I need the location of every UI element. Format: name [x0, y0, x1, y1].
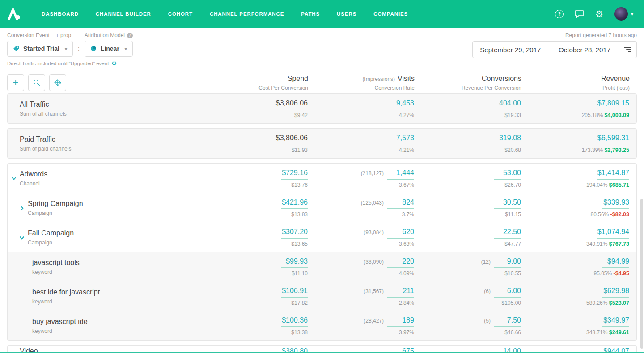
expand-chevron-icon[interactable]: [19, 206, 25, 211]
conversions-value[interactable]: 6.00: [494, 287, 521, 298]
nav-item-cohort[interactable]: COHORT: [160, 11, 201, 17]
nav-item-channel-performance[interactable]: CHANNEL PERFORMANCE: [201, 11, 292, 17]
revenue-value[interactable]: $1,074.94: [597, 228, 629, 239]
visits-cell: (31,567)211 2.84%: [308, 287, 414, 306]
conversion-rate-value: 3.7%: [308, 211, 414, 218]
table-row[interactable]: best ide for javascript keyword $106.91 …: [8, 282, 636, 311]
attribution-model-dropdown[interactable]: Linear ▾: [85, 41, 133, 57]
revenue-cell: $7,809.15 205.18% $4,003.09: [521, 99, 629, 118]
spend-value[interactable]: $307.20: [281, 228, 308, 239]
spend-value[interactable]: $729.16: [281, 169, 308, 180]
spend-value[interactable]: $100.36: [281, 316, 308, 327]
visits-value[interactable]: 220: [387, 257, 414, 268]
revenue-cell: $339.93 80.56% -$82.03: [521, 198, 629, 218]
spend-value[interactable]: $99.93: [281, 257, 308, 268]
revenue-cell: $349.97 348.71% $249.61: [521, 316, 629, 336]
conversions-value[interactable]: 404.00: [499, 99, 521, 110]
visits-value[interactable]: 9,453: [396, 99, 414, 110]
profit-value: $4,003.09: [604, 112, 629, 118]
table-row[interactable]: Adwords Channel $729.16 $13.76 (218,127)…: [8, 164, 636, 193]
revenue-value[interactable]: $94.99: [602, 257, 629, 268]
conversion-rate-value: 3.67%: [308, 182, 414, 188]
visits-value[interactable]: 7,573: [396, 134, 414, 145]
spend-cell: $100.36 $13.38: [200, 316, 308, 336]
revenue-value[interactable]: $629.98: [602, 287, 629, 298]
search-button[interactable]: [28, 74, 45, 91]
caret-down-icon: ▾: [125, 46, 127, 51]
visits-value[interactable]: 824: [387, 198, 414, 209]
conversions-value[interactable]: 53.00: [494, 169, 521, 180]
table-row[interactable]: buy javascript ide keyword $100.36 $13.3…: [8, 311, 636, 340]
nav-item-users[interactable]: USERS: [328, 11, 365, 17]
direct-traffic-settings-icon[interactable]: ⚙: [111, 60, 117, 67]
nav-item-companies[interactable]: COMPANIES: [365, 11, 416, 17]
conversions-value[interactable]: 22.50: [494, 228, 521, 239]
profit-percent: 205.18%: [582, 112, 603, 118]
table-row[interactable]: Spring Campaign Campaign $421.96 $13.83 …: [8, 193, 636, 223]
conversion-event-dropdown[interactable]: Started Trial ▾: [7, 41, 73, 57]
revenue-header: Revenue: [521, 75, 630, 83]
table-row[interactable]: All Traffic Sum of all channels $3,806.0…: [8, 94, 636, 123]
spend-value[interactable]: $3,806.06: [276, 134, 308, 145]
visits-cell: (218,127)1,444 3.67%: [308, 169, 414, 188]
profit-loss-header: Profit (loss): [521, 85, 630, 91]
visits-value[interactable]: 620: [387, 228, 414, 239]
revenue-value[interactable]: $1,414.87: [597, 169, 629, 180]
date-end[interactable]: October 28, 2017: [551, 46, 618, 54]
expand-chevron-icon[interactable]: [19, 235, 25, 240]
avatar[interactable]: [614, 7, 628, 21]
reorder-button[interactable]: [49, 74, 66, 91]
revenue-value[interactable]: $6,599.31: [597, 134, 629, 145]
nav-item-dashboard[interactable]: DASHBOARD: [33, 11, 87, 17]
visits-header: Visits: [398, 75, 415, 82]
row-subtitle: keyword: [32, 298, 200, 305]
visits-value[interactable]: 1,444: [387, 169, 414, 180]
direct-traffic-note: Direct Traffic included until “Upgraded”…: [7, 60, 637, 67]
expand-chevron-icon[interactable]: [11, 176, 17, 181]
nav-item-paths[interactable]: PATHS: [292, 11, 328, 17]
vertical-scrollbar[interactable]: [640, 199, 643, 349]
revenue-value[interactable]: $339.93: [602, 198, 629, 209]
conversions-value[interactable]: 7.50: [494, 316, 521, 327]
app-logo[interactable]: [7, 8, 21, 20]
cost-per-conversion-value: $9.42: [200, 112, 308, 118]
info-icon[interactable]: i: [127, 33, 133, 38]
revenue-value[interactable]: $349.97: [602, 316, 629, 327]
spend-value[interactable]: $421.96: [281, 198, 308, 209]
attribution-model-label: Attribution Model i: [85, 32, 133, 38]
table-row[interactable]: Fall Campaign Campaign $307.20 $13.65 (9…: [8, 223, 636, 252]
spend-value[interactable]: $3,806.06: [276, 99, 308, 110]
chevron-down-icon: ▾: [631, 12, 633, 17]
date-start[interactable]: September 29, 2017: [473, 46, 548, 54]
table-row[interactable]: javascript tools keyword $99.93 $11.10 (…: [8, 252, 636, 282]
help-icon[interactable]: ?: [555, 10, 564, 18]
impressions-header: (Impressions): [362, 76, 395, 82]
nav-item-channel-builder[interactable]: CHANNEL BUILDER: [87, 11, 160, 17]
add-channel-button[interactable]: +: [7, 74, 24, 91]
settings-gear-icon[interactable]: ⚙: [595, 9, 603, 18]
user-menu[interactable]: ▾: [614, 7, 633, 21]
filter-separator: :: [78, 45, 80, 52]
chat-icon[interactable]: [575, 10, 584, 18]
revenue-cell: $94.99 95.05% -$4.95: [521, 257, 629, 277]
revenue-value[interactable]: $7,809.15: [597, 99, 629, 110]
row-group: All Traffic Sum of all channels $3,806.0…: [7, 93, 637, 124]
conversions-value[interactable]: 319.08: [499, 134, 521, 145]
visits-value[interactable]: 189: [387, 316, 414, 327]
cost-per-conversion-value: $13.38: [200, 329, 308, 336]
conversions-value[interactable]: 9.00: [494, 257, 521, 268]
row-subtitle: Campaign: [28, 240, 200, 246]
nav-right-icons: ? ⚙ ▾: [555, 7, 633, 21]
sort-filter-button[interactable]: [618, 42, 636, 58]
conversion-count-badge: (12): [481, 259, 491, 265]
visits-value[interactable]: 211: [387, 287, 414, 298]
profit-percent: 95.05%: [594, 270, 612, 277]
conversions-value[interactable]: 30.50: [494, 198, 521, 209]
channel-table: + Spend Cost Per Conversion (Impressions…: [0, 66, 644, 353]
spend-value[interactable]: $106.91: [281, 287, 308, 298]
add-prop-button[interactable]: + prop: [56, 32, 71, 38]
spend-cell: $3,806.06 $11.93: [200, 134, 308, 153]
table-row[interactable]: Paid Traffic Sum of paid channels $3,806…: [8, 129, 636, 158]
direct-traffic-note-text: Direct Traffic included until “Upgraded”…: [7, 61, 109, 66]
spend-cell: $729.16 $13.76: [200, 169, 308, 188]
